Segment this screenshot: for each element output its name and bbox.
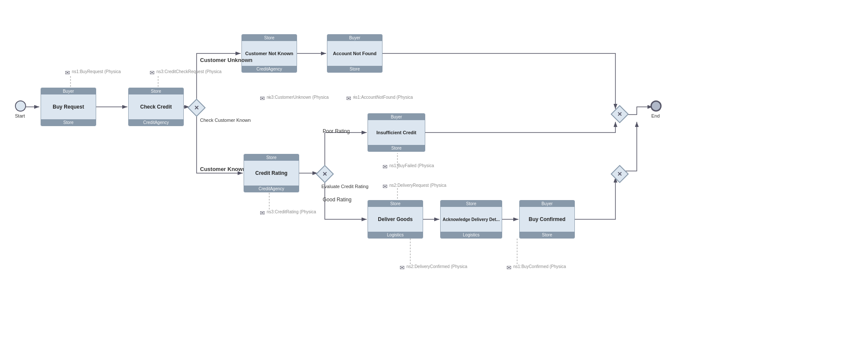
deliver-goods-header: Store — [368, 200, 423, 207]
credit-rating-header: Store — [244, 154, 299, 161]
delivery-confirmed-msg-label: ns2:DeliveryConfirmed (Physica — [406, 264, 467, 269]
delivery-request-msg-label: ns2:DeliveryRequest (Physica — [389, 183, 446, 188]
delivery-confirmed-msg-icon: ✉ — [400, 264, 405, 271]
buy-confirmed-header: Buyer — [520, 200, 574, 207]
customer-unknown-msg-icon: ✉ — [260, 95, 265, 102]
buy-confirmed-footer: Store — [520, 232, 574, 238]
credit-rating-node: Store Credit Rating CreditAgency — [244, 154, 299, 192]
credit-check-msg-icon: ✉ — [150, 69, 155, 76]
account-not-found-footer: Store — [327, 66, 382, 72]
insufficient-credit-node: Buyer Insufficient Credit Store — [368, 113, 425, 152]
customer-known-label: Customer Known — [200, 166, 246, 172]
buy-confirmed-msg-label: ns1:BuyConfirmed (Physica — [513, 264, 566, 269]
account-not-found-node: Buyer Account Not Found Store — [327, 34, 383, 73]
insufficient-credit-body: Insufficient Credit — [368, 120, 425, 145]
buy-confirmed-body: Buy Confirmed — [520, 207, 574, 232]
credit-rating-msg-label: ns3:CreditRating (Physica — [267, 209, 316, 214]
customer-not-known-header: Store — [242, 35, 297, 41]
credit-rating-msg-icon: ✉ — [260, 209, 265, 216]
account-not-found-msg-icon: ✉ — [346, 95, 351, 102]
buy-request-footer: Store — [41, 119, 96, 126]
customer-not-known-node: Store Customer Not Known CreditAgency — [241, 34, 297, 73]
evaluate-credit-rating-diamond — [316, 165, 334, 183]
check-customer-known-label: Check Customer Known — [200, 118, 251, 123]
start-label: Start — [15, 113, 25, 118]
check-customer-known-diamond — [188, 99, 206, 117]
customer-not-known-footer: CreditAgency — [242, 66, 297, 72]
buy-request-header: Buyer — [41, 88, 96, 94]
check-credit-body: Check Credit — [129, 94, 183, 119]
acknowledge-delivery-header: Store — [441, 200, 502, 207]
merge-diamond-1 — [611, 105, 629, 123]
arrows-layer — [0, 0, 868, 339]
insufficient-credit-header: Buyer — [368, 114, 425, 120]
credit-check-msg-label: ns3:CreditCheckRequest (Physica — [156, 69, 221, 74]
buy-failed-msg-icon: ✉ — [383, 163, 388, 170]
buy-confirmed-node: Buyer Buy Confirmed Store — [519, 200, 575, 239]
diagram-canvas: Start End Buyer Buy Request Store Store … — [0, 0, 868, 339]
buy-request-msg-label: ns1:BuyRequest (Physica — [72, 69, 121, 74]
deliver-goods-footer: Logistics — [368, 232, 423, 238]
buy-confirmed-msg-icon: ✉ — [506, 264, 512, 271]
start-circle — [15, 100, 26, 112]
customer-unknown-label: Customer Unknown — [200, 57, 253, 63]
buy-failed-msg-label: ns1:BuyFailed (Physica — [389, 163, 434, 168]
buy-request-msg-icon: ✉ — [65, 69, 70, 76]
delivery-request-msg-icon: ✉ — [383, 183, 388, 190]
end-circle — [650, 100, 662, 112]
account-not-found-body: Account Not Found — [327, 41, 382, 66]
account-not-found-msg-label: ns1:AccountNotFound (Physica — [353, 95, 413, 100]
buy-request-body: Buy Request — [41, 94, 96, 119]
check-credit-node: Store Check Credit CreditAgency — [128, 88, 184, 126]
acknowledge-delivery-body: Acknowledge Delivery Det... — [441, 207, 502, 232]
check-credit-footer: CreditAgency — [129, 119, 183, 126]
credit-rating-footer: CreditAgency — [244, 186, 299, 192]
customer-unknown-msg-label: ns3:CustomerUnknown (Physica — [267, 95, 329, 100]
acknowledge-delivery-footer: Logistics — [441, 232, 502, 238]
good-rating-label: Good Rating — [323, 197, 351, 203]
credit-rating-body: Credit Rating — [244, 161, 299, 186]
deliver-goods-body: Deliver Goods — [368, 207, 423, 232]
buy-request-node: Buyer Buy Request Store — [41, 88, 96, 126]
account-not-found-header: Buyer — [327, 35, 382, 41]
insufficient-credit-footer: Store — [368, 145, 425, 151]
acknowledge-delivery-node: Store Acknowledge Delivery Det... Logist… — [440, 200, 502, 239]
end-label: End — [651, 113, 660, 118]
merge-diamond-2 — [611, 165, 629, 183]
poor-rating-label: Poor Rating — [323, 128, 350, 134]
evaluate-credit-rating-label: Evaluate Credit Rating — [321, 184, 368, 189]
check-credit-header: Store — [129, 88, 183, 94]
deliver-goods-node: Store Deliver Goods Logistics — [368, 200, 423, 239]
